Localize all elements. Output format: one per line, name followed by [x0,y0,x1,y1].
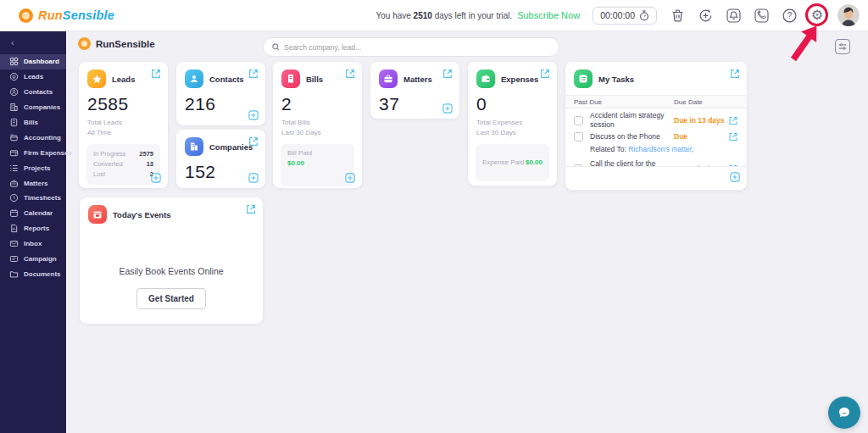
trash-icon[interactable] [670,8,685,23]
add-matter-button[interactable] [442,103,453,114]
notifications-bell-icon[interactable] [726,8,741,23]
help-icon[interactable]: ? [782,8,797,23]
sidebar-item-calendar[interactable]: Calendar [0,206,66,221]
expense-paid-box: Expense Paid $0.00 [476,144,549,181]
clock-icon [9,193,19,203]
dashboard-grid-icon [9,57,19,66]
tasks-checklist-icon [574,69,593,88]
sidebar-item-campaign[interactable]: Campaign [0,252,66,267]
sidebar: ‹ Dashboard Leads Contacts Companies Bil… [0,31,66,433]
events-open-icon[interactable] [246,204,256,214]
tasks-footer [565,166,747,186]
trial-days: 2510 [414,11,432,20]
top-bar: RunSensible You have 2510 days left in y… [0,0,868,31]
bills-open-icon[interactable] [345,69,355,79]
campaign-mail-icon [9,254,19,264]
user-avatar[interactable] [837,4,860,26]
stopwatch-icon [639,10,649,21]
import-add-icon[interactable] [698,8,713,23]
chat-widget-button[interactable] [828,397,860,429]
search-input[interactable] [284,43,550,52]
bills-card: Bills 2 Total BillsLast 30 Days Bill Pai… [273,62,362,188]
briefcase-icon [9,179,19,188]
chat-bubble-icon [837,405,852,420]
svg-text:?: ? [787,11,792,20]
stat-lost: Lost2 [93,169,153,180]
runsensible-logo[interactable]: RunSensible [0,8,114,23]
expenses-count: 0 [468,88,557,114]
sidebar-item-firm-expenses[interactable]: Firm Expenses [0,145,66,160]
sidebar-item-bills[interactable]: Bills [0,115,66,130]
leads-open-icon[interactable] [151,69,161,79]
task-checkbox[interactable] [574,132,583,142]
annotation-arrow [787,21,821,65]
events-empty-message: Easily Book Events Online [119,266,223,276]
leads-card: Leads 2585 Total LeadsAll Time In Progre… [79,62,168,188]
wallet-icon [9,148,19,158]
task-checkbox[interactable] [574,116,583,125]
task-row: Call the client for the agreement Due 25… [565,157,747,166]
stat-in-progress: In Progress2575 [93,149,153,159]
expenses-card: Expenses 0 Total ExpensesLast 30 Days Ex… [468,62,557,186]
time-tracker[interactable]: 00:00:00 [593,7,657,25]
app-window: RunSensible You have 2510 days left in y… [0,0,868,433]
sidebar-item-reports[interactable]: Reports [0,221,66,236]
task-open-icon[interactable] [728,116,738,125]
trial-message: You have 2510 days left in your trial. S… [376,10,580,20]
sidebar-item-companies[interactable]: Companies [0,100,66,115]
stat-converted: Converted13 [93,159,153,169]
add-lead-button[interactable] [151,173,161,183]
add-task-button[interactable] [730,172,740,182]
task-row: Discuss on the Phone Due Related To: Ric… [565,130,747,157]
expenses-open-icon[interactable] [540,69,550,79]
task-related: Related To: Richardson's matter, [590,145,738,154]
star-badge-icon [9,72,19,81]
sidebar-collapse-chevron[interactable]: ‹ [0,31,66,47]
sidebar-item-leads[interactable]: Leads [0,69,66,85]
bills-count: 2 [273,88,362,114]
user-circle-icon [9,87,19,97]
bill-paid-value: $0.00 [287,159,348,167]
leads-star-icon [87,69,106,88]
bills-receipt-icon [281,69,300,88]
related-matter-link[interactable]: Richardson's matter, [628,145,693,153]
matters-open-icon[interactable] [442,69,453,79]
tasks-open-icon[interactable] [730,69,740,79]
settings-gear-icon[interactable]: ⚙ [810,8,825,23]
add-contact-button[interactable] [248,110,259,120]
sidebar-item-dashboard[interactable]: Dashboard [0,54,66,69]
task-open-icon[interactable] [728,132,738,142]
search-icon [272,43,280,51]
leads-count: 2585 [79,88,168,114]
add-company-button[interactable] [248,173,259,183]
sidebar-item-projects[interactable]: Projects [0,160,66,175]
sidebar-item-matters[interactable]: Matters [0,175,66,191]
sidebar-item-documents[interactable]: Documents [0,266,66,281]
companies-open-icon[interactable] [248,136,259,147]
accounting-icon [9,133,19,142]
leads-subtitle: Total LeadsAll Time [79,114,168,139]
sidebar-item-timesheets[interactable]: Timesheets [0,191,66,206]
dashboard-settings-button[interactable] [835,39,850,54]
global-search[interactable] [263,37,559,57]
sidebar-item-accounting[interactable]: Accounting [0,130,66,145]
sidebar-item-contacts[interactable]: Contacts [0,85,66,100]
tasks-table-header: Past Due Due Date [565,95,747,108]
project-list-icon [9,164,19,173]
get-started-button[interactable]: Get Started [136,288,206,309]
phone-icon[interactable] [754,8,769,23]
matters-briefcase-icon [379,69,398,88]
building-icon [9,103,19,112]
col-due-date: Due Date [674,98,738,106]
card-title: Leads [112,75,135,84]
sidebar-item-inbox[interactable]: Inbox [0,236,66,252]
companies-building-icon [185,137,203,156]
contacts-open-icon[interactable] [248,69,259,79]
calendar-icon [9,208,19,218]
add-bill-button[interactable] [345,173,355,183]
task-row: Accident claim strategy session Due in 1… [565,108,747,130]
bills-subtitle: Total BillsLast 30 Days [273,114,362,139]
folder-icon [9,269,19,279]
subscribe-now-link[interactable]: Subscribe Now [517,10,580,20]
expenses-subtitle: Total ExpensesLast 30 Days [468,114,557,139]
